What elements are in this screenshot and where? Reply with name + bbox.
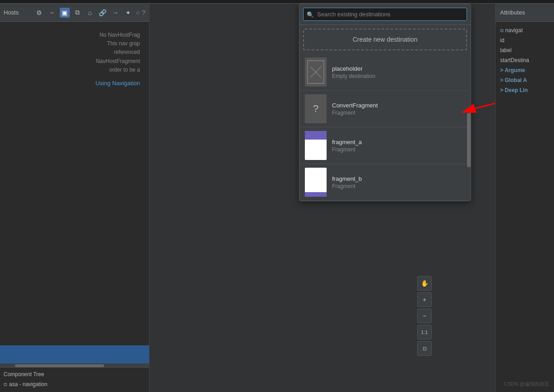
component-tree-item-label: asa - navigation xyxy=(9,381,48,387)
copy-icon[interactable]: ⧉ xyxy=(72,8,82,18)
dest-type: Fragment xyxy=(332,146,465,153)
main-layout: Hosts ⚙ − ▣ ⧉ ⌂ 🔗 → ✦ ○ ? No NavHostFrag… xyxy=(0,4,554,392)
hosts-label: Hosts xyxy=(4,9,32,16)
no-host-line1: No NavHostFrag xyxy=(96,31,140,39)
nav-copy-icon: ⧉ xyxy=(4,382,7,387)
zoom-out-button[interactable]: − xyxy=(417,309,432,323)
no-host-line3: referenced xyxy=(96,48,140,57)
nav-label: navigat xyxy=(505,27,523,34)
create-new-label: Create new destination xyxy=(352,36,417,43)
dest-name: fragment_a xyxy=(332,139,465,145)
dest-info: placeholder Empty destination xyxy=(332,65,465,79)
section-global-actions[interactable]: > Global A xyxy=(496,75,554,85)
zoom-in-button[interactable]: + xyxy=(417,292,432,307)
dest-info: fragment_b Fragment xyxy=(332,175,465,189)
nav-copy-icon-right: ⧉ xyxy=(500,28,504,33)
dropdown-scrollbar-thumb[interactable] xyxy=(467,113,471,167)
placeholder-thumbnail xyxy=(305,58,327,87)
top-bar xyxy=(0,0,554,4)
one-to-one-button[interactable]: 1:1 xyxy=(417,325,432,339)
blue-band xyxy=(0,345,149,363)
attribute-label[interactable]: label xyxy=(496,45,554,55)
dest-name: ConvertFragment xyxy=(332,102,465,109)
list-item[interactable]: placeholder Empty destination xyxy=(299,54,471,91)
fragment-b-thumb-bg xyxy=(305,168,327,197)
right-panel: Attributes ⧉ navigat id label startDesti… xyxy=(495,4,554,392)
question-mark-icon[interactable]: ? xyxy=(142,9,145,16)
dropdown-scrollbar-track[interactable] xyxy=(467,54,471,201)
fragment-a-thumb-bg xyxy=(305,131,327,160)
component-tree-header: Component Tree xyxy=(4,371,145,377)
destination-list[interactable]: placeholder Empty destination ? ConvertF… xyxy=(299,54,471,201)
dest-type: Fragment xyxy=(332,110,465,116)
no-host-line4: NavHostFragment xyxy=(96,57,140,66)
top-right-icons: ○ ? xyxy=(136,9,145,16)
hosts-toolbar: Hosts ⚙ − ▣ ⧉ ⌂ 🔗 → ✦ ○ ? xyxy=(0,4,149,22)
home-icon[interactable]: ⌂ xyxy=(85,8,95,18)
fit-screen-button[interactable]: ⊡ xyxy=(417,341,432,356)
dest-name: placeholder xyxy=(332,65,465,72)
no-host-line2: This nav grap xyxy=(96,39,140,48)
list-item[interactable]: ? ConvertFragment Fragment xyxy=(299,91,471,127)
dest-type: Empty destination xyxy=(332,73,465,79)
component-tree: Component Tree ⧉ asa - navigation xyxy=(0,367,149,392)
no-host-text: No NavHostFrag This nav grap referenced … xyxy=(96,31,140,74)
section-arguments[interactable]: > Argume xyxy=(496,65,554,75)
left-scrollbar-track[interactable] xyxy=(0,363,149,367)
attributes-title: Attributes xyxy=(500,9,525,16)
no-host-line5: order to be a xyxy=(96,66,140,74)
bottom-toolbar: ✋ + − 1:1 ⊡ xyxy=(417,276,432,356)
search-input[interactable] xyxy=(303,8,467,21)
dest-info: ConvertFragment Fragment xyxy=(332,102,465,116)
canvas-area: add a destination 🔍 Create new destinat xyxy=(149,4,495,392)
watermark: CSDN @偏强的加瓦 xyxy=(504,381,549,387)
circle-help-icon[interactable]: ○ xyxy=(136,9,140,16)
fragment-a-thumbnail xyxy=(305,131,327,160)
placeholder-x xyxy=(305,58,327,87)
destination-dropdown: 🔍 Create new destination placeholder xyxy=(299,4,471,201)
arrow-right-icon[interactable]: → xyxy=(111,8,120,18)
attributes-list: ⧉ navigat id label startDestina > Argume… xyxy=(496,22,554,99)
attributes-header: Attributes xyxy=(496,4,554,22)
link-icon[interactable]: 🔗 xyxy=(98,8,108,18)
list-item[interactable]: fragment_b Fragment xyxy=(299,164,471,201)
dest-name: fragment_b xyxy=(332,175,465,182)
component-tree-item[interactable]: ⧉ asa - navigation xyxy=(4,380,145,388)
search-bar-container: 🔍 xyxy=(299,4,471,25)
nav-graph-item: ⧉ navigat xyxy=(496,25,554,35)
search-icon: 🔍 xyxy=(307,11,314,18)
dest-info: fragment_a Fragment xyxy=(332,139,465,153)
attribute-id[interactable]: id xyxy=(496,35,554,45)
attribute-start-dest[interactable]: startDestina xyxy=(496,55,554,65)
section-deep-links[interactable]: > Deep Lin xyxy=(496,85,554,95)
hand-tool-button[interactable]: ✋ xyxy=(417,276,432,290)
convert-fragment-thumbnail: ? xyxy=(305,94,327,123)
create-new-destination[interactable]: Create new destination xyxy=(303,29,467,50)
dest-type: Fragment xyxy=(332,183,465,189)
settings-icon[interactable]: ⚙ xyxy=(34,8,44,18)
search-wrapper: 🔍 xyxy=(303,8,467,21)
fragment-b-thumbnail xyxy=(305,168,327,197)
list-item[interactable]: fragment_a Fragment xyxy=(299,127,471,164)
left-scrollbar-thumb[interactable] xyxy=(15,364,104,367)
phone-icon[interactable]: ▣ xyxy=(60,8,70,18)
minus-icon[interactable]: − xyxy=(47,8,57,18)
using-navigation-link[interactable]: Using Navigation xyxy=(96,80,140,87)
left-panel: Hosts ⚙ − ▣ ⧉ ⌂ 🔗 → ✦ ○ ? No NavHostFrag… xyxy=(0,4,149,392)
left-content: No NavHostFrag This nav grap referenced … xyxy=(0,22,149,344)
sparkle-icon[interactable]: ✦ xyxy=(123,8,133,18)
